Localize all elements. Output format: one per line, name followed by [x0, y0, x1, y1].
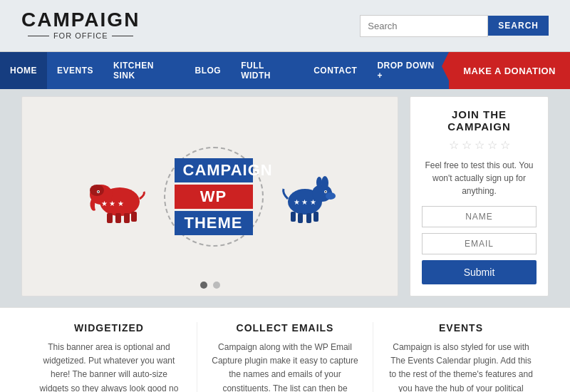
slider-dots	[200, 282, 220, 289]
feature-emails-text: Campaign along with the WP Email Capture…	[212, 341, 358, 392]
star-5[interactable]: ☆	[500, 138, 510, 152]
svg-rect-7	[124, 213, 130, 223]
star-2[interactable]: ☆	[462, 138, 472, 152]
logo-line-right	[112, 36, 133, 36]
logo-divider: For Office	[28, 31, 134, 40]
email-field[interactable]	[422, 233, 537, 254]
theme-label: THEME	[175, 211, 253, 235]
search-input[interactable]	[360, 15, 488, 37]
submit-button[interactable]: Submit	[422, 260, 537, 284]
nav-item-dropdown[interactable]: DROP DOWN +	[367, 52, 449, 89]
feature-events: EVENTS Campaign is also styled for use w…	[373, 322, 549, 392]
svg-rect-8	[131, 212, 137, 222]
svg-rect-5	[107, 213, 113, 223]
donkey-illustration: ★ ★ ★	[278, 172, 335, 222]
svg-point-12	[321, 176, 328, 190]
nav-item-blog[interactable]: BLOG	[185, 52, 232, 89]
svg-rect-6	[115, 213, 121, 223]
logo-sub: For Office	[53, 31, 108, 40]
feature-widgetized-title: WIDGETIZED	[36, 322, 182, 334]
wp-label: WP	[175, 185, 253, 209]
elephant-illustration: ★ ★ ★	[86, 172, 150, 222]
svg-point-4	[98, 191, 99, 192]
star-rating: ☆ ☆ ☆ ☆ ☆	[422, 138, 537, 152]
svg-point-2	[90, 185, 104, 196]
feature-widgetized: WIDGETIZED This banner area is optional …	[21, 322, 197, 392]
nav-bar: HOME EVENTS KITCHEN SINK BLOG FULL WIDTH…	[0, 52, 570, 89]
feature-collect-emails: COLLECT EMAILS Campaign along with the W…	[197, 322, 373, 392]
logo-line-left	[28, 36, 49, 36]
nav-items: HOME EVENTS KITCHEN SINK BLOG FULL WIDTH…	[0, 52, 449, 89]
svg-point-14	[326, 192, 336, 200]
slider-content: ★ ★ ★ CAMPAIGN WP THEME	[36, 140, 383, 254]
slider-dot-1[interactable]	[200, 282, 207, 289]
star-4[interactable]: ☆	[487, 138, 497, 152]
slider-center: CAMPAIGN WP THEME	[157, 140, 271, 254]
nav-item-home[interactable]: HOME	[0, 52, 47, 89]
feature-emails-title: COLLECT EMAILS	[212, 322, 358, 334]
svg-point-16	[325, 191, 326, 192]
nav-item-full-width[interactable]: FULL WIDTH	[231, 52, 304, 89]
nav-item-events[interactable]: EVENTS	[47, 52, 103, 89]
svg-rect-17	[291, 212, 296, 222]
feature-events-text: Campaign is also styled for use with The…	[388, 341, 534, 392]
join-campaign-box: JOIN THE CAMPAIGN ☆ ☆ ☆ ☆ ☆ Feel free to…	[410, 96, 549, 296]
join-description: Feel free to test this out. You won't ac…	[422, 159, 537, 197]
feature-events-title: EVENTS	[388, 322, 534, 334]
join-title: JOIN THE CAMPAIGN	[422, 108, 537, 133]
name-field[interactable]	[422, 206, 537, 227]
feature-widgetized-text: This banner area is optional and widgeti…	[36, 341, 182, 392]
main-wrapper: ★ ★ ★ CAMPAIGN WP THEME	[0, 89, 570, 304]
sidebar: JOIN THE CAMPAIGN ☆ ☆ ☆ ☆ ☆ Feel free to…	[410, 96, 549, 296]
svg-point-13	[316, 177, 322, 188]
svg-rect-20	[314, 212, 318, 222]
slider-dot-2[interactable]	[213, 282, 220, 289]
header: CAMPAIGN For Office SEARCH	[0, 0, 570, 52]
search-area: SEARCH	[360, 15, 549, 37]
svg-text:★ ★ ★: ★ ★ ★	[100, 200, 124, 207]
campaign-text-box: CAMPAIGN WP THEME	[175, 158, 253, 235]
campaign-label: CAMPAIGN	[175, 158, 253, 182]
star-1[interactable]: ☆	[449, 138, 459, 152]
donate-button[interactable]: MAKE A DONATION	[449, 52, 570, 89]
nav-item-kitchen-sink[interactable]: KITCHEN SINK	[103, 52, 185, 89]
features-section: WIDGETIZED This banner area is optional …	[0, 307, 570, 392]
svg-rect-19	[306, 213, 311, 223]
logo: CAMPAIGN For Office	[21, 10, 140, 41]
hero-slider: ★ ★ ★ CAMPAIGN WP THEME	[21, 96, 398, 296]
svg-text:★ ★ ★: ★ ★ ★	[293, 198, 316, 206]
search-button[interactable]: SEARCH	[488, 16, 549, 36]
svg-rect-18	[298, 213, 303, 223]
star-3[interactable]: ☆	[475, 138, 484, 152]
logo-main: CAMPAIGN	[21, 10, 140, 30]
nav-item-contact[interactable]: CONTACT	[304, 52, 367, 89]
